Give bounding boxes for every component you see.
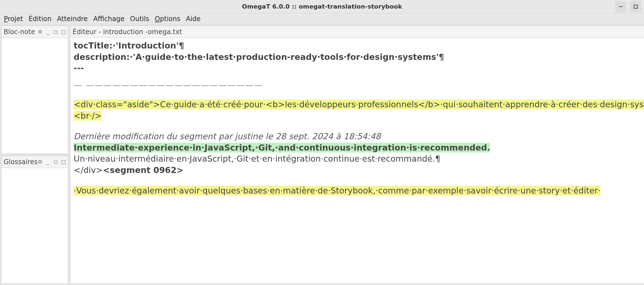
glossaires-pane: Glossaires ⚙ _ ◻ □	[1, 156, 68, 284]
editor-line: description:·'A·guide·to·the·latest·prod…	[74, 52, 644, 63]
blocnote-controls: ⚙ _ ◻ □	[38, 29, 66, 35]
menu-aide[interactable]: Aide	[183, 14, 203, 24]
blocnote-title: Bloc-note	[4, 28, 35, 36]
close-tag: </div>	[74, 165, 103, 175]
editor-segment: <div·class="aside">Ce·guide·a·été·créé·p…	[74, 99, 644, 110]
center-column: Éditeur - introduction -omega.txt _ □ to…	[70, 26, 644, 284]
glossaires-body[interactable]	[1, 168, 68, 284]
dash-icon[interactable]: _	[45, 29, 50, 35]
window-title: OmegaT 6.0.0 :: omegat-translation-story…	[242, 3, 402, 10]
editor-pane: Éditeur - introduction -omega.txt _ □ to…	[70, 26, 644, 284]
workspace: Bloc-note ⚙ _ ◻ □ Glossaires ⚙ _ ◻ □	[0, 24, 644, 285]
translated-highlight: ·Vous·devriez·également·avoir·quelques·b…	[74, 186, 601, 195]
left-column: Bloc-note ⚙ _ ◻ □ Glossaires ⚙ _ ◻ □	[1, 26, 68, 284]
translated-highlight: <br·/>	[74, 111, 102, 121]
translation-text: Un·niveau·intermédiaire·en·JavaScript,·G…	[74, 153, 644, 165]
dash-icon[interactable]: _	[45, 159, 50, 165]
maximize-button[interactable]	[630, 1, 641, 12]
gear-icon[interactable]: ⚙	[38, 29, 43, 35]
window-controls	[615, 0, 641, 13]
segment-close-line: </div><segment 0962>	[74, 165, 644, 176]
editor-line: tocTitle:·'Introduction'¶	[74, 40, 644, 52]
divider-dashes: — ————————————————————	[74, 80, 644, 91]
source-highlight: Intermediate·experience·in·JavaScript,·G…	[74, 143, 490, 152]
translated-highlight: <div·class="aside">Ce·guide·a·été·créé·p…	[74, 100, 644, 109]
blocnote-header: Bloc-note ⚙ _ ◻ □	[1, 26, 68, 38]
minimize-button[interactable]	[615, 1, 626, 12]
source-segment: Intermediate·experience·in·JavaScript,·G…	[74, 142, 644, 154]
gear-icon[interactable]: ⚙	[38, 159, 43, 165]
glossaires-title: Glossaires	[4, 158, 38, 166]
menu-outils[interactable]: Outils	[127, 14, 152, 24]
svg-rect-1	[634, 5, 637, 8]
editor-line: ---	[74, 63, 644, 74]
editor-segment: <br·/>	[74, 110, 644, 122]
window-titlebar: OmegaT 6.0.0 :: omegat-translation-story…	[0, 0, 644, 13]
undock-icon[interactable]: ◻	[53, 159, 58, 165]
menu-edition[interactable]: Édition	[26, 14, 54, 24]
segment-meta: Dernière modification du segment par jus…	[74, 131, 644, 142]
menu-bar: Projet Édition Atteindre Affichage Outil…	[0, 13, 644, 24]
menu-projet[interactable]: Projet	[1, 14, 26, 24]
menu-options[interactable]: Options	[152, 14, 183, 24]
maximize-pane-icon[interactable]: □	[61, 159, 66, 165]
editor-content[interactable]: tocTitle:·'Introduction'¶ description:·'…	[70, 38, 644, 284]
blocnote-body[interactable]	[1, 38, 68, 154]
editor-header: Éditeur - introduction -omega.txt _ □	[70, 26, 644, 38]
blocnote-pane: Bloc-note ⚙ _ ◻ □	[1, 26, 68, 154]
glossaires-header: Glossaires ⚙ _ ◻ □	[1, 156, 68, 168]
menu-atteindre[interactable]: Atteindre	[54, 14, 91, 24]
editor-segment: ·Vous·devriez·également·avoir·quelques·b…	[74, 185, 644, 197]
editor-title: Éditeur - introduction -omega.txt	[73, 28, 182, 36]
undock-icon[interactable]: ◻	[53, 29, 58, 35]
maximize-pane-icon[interactable]: □	[61, 29, 66, 35]
editor-body: tocTitle:·'Introduction'¶ description:·'…	[70, 38, 644, 284]
menu-affichage[interactable]: Affichage	[91, 14, 127, 24]
glossaires-controls: ⚙ _ ◻ □	[38, 159, 66, 165]
segment-marker: <segment 0962>	[103, 165, 183, 175]
